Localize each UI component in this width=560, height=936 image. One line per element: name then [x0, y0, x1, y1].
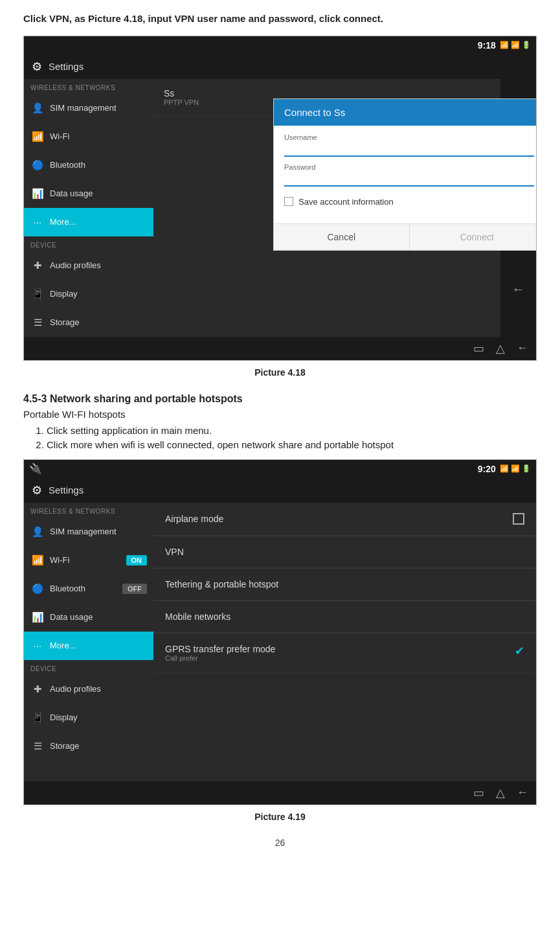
status-time-418: 9:18: [478, 40, 496, 51]
vpn-item-419[interactable]: VPN: [153, 536, 536, 568]
usb-icon-419: 🔌: [29, 462, 42, 475]
steps-list: Click setting application in main menu. …: [47, 425, 537, 450]
gprs-item-419[interactable]: GPRS transfer prefer mode Call prefer ✔: [153, 634, 536, 673]
tethering-item-419[interactable]: Tethering & portable hotspot: [153, 569, 536, 600]
sidebar-sim-label-418: SIM management: [50, 103, 117, 113]
sidebar-item-wifi-418[interactable]: 📶 Wi-Fi: [24, 122, 153, 151]
vpn-dialog-body-418: Username Password Save account informati…: [274, 126, 537, 223]
screenshot-418: 9:18 📶 📶 🔋 ⚙ Settings WIRELESS & NETWORK…: [23, 36, 537, 361]
vpn-username-label-418: Username: [284, 133, 534, 141]
vpn-username-input-418[interactable]: [284, 143, 534, 157]
step-1: Click setting application in main menu.: [47, 425, 537, 436]
display-icon-418: 📱: [30, 287, 45, 301]
app-topbar-title-418: Settings: [49, 61, 84, 72]
settings-layout-419: WIRELESS & NETWORKS 👤 SIM management 📶 W…: [24, 503, 536, 781]
sidebar-item-bluetooth-419[interactable]: 🔵 Bluetooth OFF: [24, 575, 153, 603]
sidebar-item-more-418[interactable]: ··· More...: [24, 208, 153, 236]
vpn-save-checkbox-418[interactable]: [284, 197, 293, 206]
sidebar-item-storage-419[interactable]: ☰ Storage: [24, 732, 153, 760]
status-time-419: 9:20: [478, 464, 496, 474]
sidebar-item-audio-418[interactable]: ✚ Audio profiles: [24, 251, 153, 280]
tethering-label-419: Tethering & portable hotspot: [165, 579, 278, 589]
mobile-networks-item-419[interactable]: Mobile networks: [153, 601, 536, 633]
gprs-label-419: GPRS transfer prefer mode: [165, 644, 275, 654]
vpn-dialog-footer-418: Cancel Connect: [274, 223, 537, 250]
intro-paragraph: Click VPN, as Picture 4.18, input VPN us…: [23, 12, 537, 27]
sidebar-item-audio-419[interactable]: ✚ Audio profiles: [24, 675, 153, 703]
sidebar-item-sim-419[interactable]: 👤 SIM management: [24, 518, 153, 546]
mobile-networks-label-419: Mobile networks: [165, 611, 230, 622]
sim-icon-419: 👤: [30, 525, 45, 539]
sidebar-section2-label-419: DEVICE: [24, 660, 153, 675]
gprs-sublabel-419: Call prefer: [165, 654, 275, 662]
vpn-dialog-418: Connect to Ss Username Password Save acc…: [273, 98, 537, 251]
nav-recent-418[interactable]: ▭: [473, 341, 484, 356]
status-icons-419: 📶 📶 🔋: [500, 464, 531, 473]
vpn-item-name-418: Ss: [164, 88, 490, 98]
sidebar-wifi-label-418: Wi-Fi: [50, 131, 69, 141]
sidebar-item-sim-418[interactable]: 👤 SIM management: [24, 94, 153, 122]
bluetooth-toggle-419[interactable]: OFF: [122, 584, 147, 594]
nav-recent-419[interactable]: ▭: [473, 786, 484, 800]
data-icon-418: 📊: [30, 187, 45, 201]
sidebar-item-more-419[interactable]: ··· More...: [24, 632, 153, 660]
nav-home-419[interactable]: △: [496, 786, 505, 800]
page-number: 26: [23, 838, 537, 848]
sidebar-display-label-419: Display: [50, 713, 78, 722]
vpn-dialog-title-418: Connect to Ss: [274, 99, 537, 126]
sidebar-more-label-419: More...: [50, 641, 76, 650]
sidebar-item-display-418[interactable]: 📱 Display: [24, 280, 153, 308]
sidebar-bluetooth-label-418: Bluetooth: [50, 160, 85, 170]
section-heading: 4.5-3 Network sharing and portable hotsp…: [23, 393, 537, 405]
wifi-toggle-419[interactable]: ON: [126, 555, 148, 565]
sidebar-item-data-418[interactable]: 📊 Data usage: [24, 179, 153, 208]
sidebar-item-data-419[interactable]: 📊 Data usage: [24, 603, 153, 632]
sidebar-bluetooth-label-419: Bluetooth: [50, 584, 85, 593]
gprs-check-icon-419: ✔: [515, 644, 524, 658]
sidebar-418: WIRELESS & NETWORKS 👤 SIM management 📶 W…: [24, 79, 153, 337]
vpn-main-area-418: Ss PPTP VPN Connect to Ss Username Passw…: [153, 79, 500, 337]
sidebar-more-label-418: More...: [50, 217, 76, 227]
bluetooth-icon-418: 🔵: [30, 158, 45, 172]
vpn-password-input-418[interactable]: [284, 172, 534, 187]
step-2: Click more when wifi is well connected, …: [47, 439, 537, 450]
page-content: Click VPN, as Picture 4.18, input VPN us…: [0, 0, 560, 867]
sidebar-item-storage-418[interactable]: ☰ Storage: [24, 308, 153, 337]
sidebar-wifi-label-419: Wi-Fi: [50, 555, 69, 565]
audio-icon-419: ✚: [30, 682, 45, 696]
vpn-cancel-btn-418[interactable]: Cancel: [274, 224, 409, 250]
vpn-connect-btn-418[interactable]: Connect: [409, 224, 537, 250]
caption-419: Picture 4.19: [23, 812, 537, 822]
airplane-checkbox-419[interactable]: [513, 513, 524, 525]
wifi-icon-418: 📶: [30, 130, 45, 144]
wifi-icon-419: 📶: [30, 553, 45, 567]
app-topbar-419: ⚙ Settings: [24, 478, 536, 503]
more-icon-418: ···: [30, 215, 45, 229]
gprs-text-block-419: GPRS transfer prefer mode Call prefer: [165, 644, 275, 662]
sim-icon-418: 👤: [30, 101, 45, 115]
sidebar-audio-label-418: Audio profiles: [50, 260, 101, 270]
sidebar-section2-label-418: DEVICE: [24, 236, 153, 251]
sidebar-data-label-419: Data usage: [50, 612, 93, 622]
airplane-mode-item-419[interactable]: Airplane mode: [153, 503, 536, 536]
nav-bar-418: ▭ △ ←: [24, 337, 536, 360]
nav-bar-419: ▭ △ ←: [24, 781, 536, 805]
more-icon-419: ···: [30, 639, 45, 653]
settings-icon-418: ⚙: [32, 60, 42, 74]
nav-back-419[interactable]: ←: [517, 786, 528, 799]
settings-icon-419: ⚙: [32, 483, 42, 497]
right-panel-419: Airplane mode VPN Tethering & portable h…: [153, 503, 536, 781]
airplane-mode-label-419: Airplane mode: [165, 514, 223, 524]
sidebar-section1-label-419: WIRELESS & NETWORKS: [24, 503, 153, 518]
sidebar-item-display-419[interactable]: 📱 Display: [24, 703, 153, 732]
sidebar-419: WIRELESS & NETWORKS 👤 SIM management 📶 W…: [24, 503, 153, 781]
status-bar-419: 🔌 9:20 📶 📶 🔋: [24, 460, 536, 478]
caption-418: Picture 4.18: [23, 367, 537, 378]
sidebar-display-label-418: Display: [50, 289, 78, 299]
sidebar-item-bluetooth-418[interactable]: 🔵 Bluetooth: [24, 151, 153, 179]
sidebar-item-wifi-419[interactable]: 📶 Wi-Fi ON: [24, 546, 153, 575]
nav-back-418[interactable]: ←: [517, 341, 528, 355]
sidebar-section1-label-418: WIRELESS & NETWORKS: [24, 79, 153, 94]
nav-home-418[interactable]: △: [496, 341, 505, 356]
sidebar-storage-label-418: Storage: [50, 317, 80, 327]
